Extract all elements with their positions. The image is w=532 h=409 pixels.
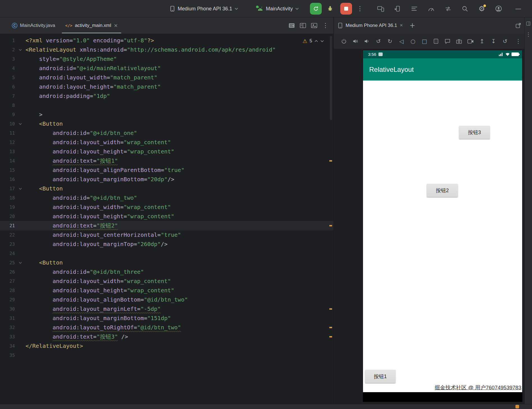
rotate-left-button[interactable]: ↺ bbox=[375, 38, 382, 45]
tab-mainactivity-java[interactable]: C MainActivity.java bbox=[7, 17, 60, 33]
code-line[interactable]: 27 android:layout_width="wrap_content" bbox=[0, 277, 334, 286]
screenshot-button[interactable] bbox=[456, 38, 462, 45]
code-line[interactable]: 16 android:layout_marginBottom="20dp"/> bbox=[0, 175, 334, 184]
inspection-widget[interactable]: ⚠ 5 bbox=[300, 37, 326, 45]
debug-button[interactable] bbox=[325, 3, 336, 14]
code-view-button[interactable] bbox=[289, 23, 295, 28]
power-button[interactable] bbox=[341, 38, 347, 45]
back-button[interactable]: ◁ bbox=[398, 38, 405, 45]
event-log-icon[interactable] bbox=[515, 405, 519, 408]
account-button[interactable] bbox=[493, 3, 504, 14]
stop-button[interactable] bbox=[340, 3, 352, 15]
code-editor[interactable]: 1<?xml version="1.0" encoding="utf-8"?>2… bbox=[0, 34, 334, 404]
code-line[interactable]: 29 android:layout_alignBottom="@id/btn_t… bbox=[0, 295, 334, 304]
warning-stripe-mark[interactable] bbox=[329, 225, 332, 226]
fold-chevron-icon[interactable] bbox=[15, 45, 26, 54]
code-line[interactable]: 34</RelativeLayout> bbox=[0, 341, 334, 351]
emulator-button[interactable]: 按钮3 bbox=[459, 126, 490, 139]
fold-chevron-icon[interactable] bbox=[15, 184, 26, 193]
profiler-button[interactable] bbox=[426, 3, 437, 14]
code-line[interactable]: 28 android:layout_height="wrap_content" bbox=[0, 286, 334, 295]
code-line[interactable]: 12 android:layout_width="wrap_content" bbox=[0, 138, 334, 147]
code-line[interactable]: 6 android:layout_height="match_parent" bbox=[0, 82, 334, 91]
kebab-icon[interactable]: ⋮ bbox=[322, 22, 328, 29]
pair-devices-button[interactable] bbox=[392, 3, 403, 14]
next-warning-button[interactable] bbox=[320, 40, 324, 42]
code-line[interactable]: 33 android:text="按钮3" /> bbox=[0, 332, 334, 341]
rerun-button[interactable] bbox=[310, 3, 322, 15]
code-line[interactable]: 26 android:id="@+id/btn_three" bbox=[0, 267, 334, 277]
more-actions-button[interactable]: ⋮ bbox=[354, 3, 366, 14]
fold-chevron-icon[interactable] bbox=[15, 119, 26, 128]
close-icon[interactable]: × bbox=[400, 22, 403, 28]
open-in-window-button[interactable] bbox=[515, 23, 521, 28]
search-everywhere-button[interactable] bbox=[459, 3, 471, 14]
code-line[interactable]: 32 android:layout_toRightOf="@id/btn_two… bbox=[0, 323, 334, 332]
emulator-button[interactable]: 按钮2 bbox=[427, 184, 458, 197]
app-content-area[interactable]: 掘金技术社区 @ 用户760749539783 按钮3按钮2按钮1 bbox=[363, 81, 522, 392]
code-line[interactable]: 11 android:id="@+id/btn_one" bbox=[0, 128, 334, 138]
code-line[interactable]: 23 android:layout_marginTop="260dp"/> bbox=[0, 240, 334, 249]
code-line[interactable]: 18 android:id="@+id/btn_two" bbox=[0, 193, 334, 203]
warning-stripe-mark[interactable] bbox=[329, 308, 332, 310]
logcat-button[interactable] bbox=[409, 3, 420, 14]
tab-activity-main-xml[interactable]: </> activity_main.xml × bbox=[60, 17, 123, 33]
minimize-button[interactable]: — bbox=[513, 3, 524, 14]
code-line[interactable]: 15 android:layout_alignParentBottom="tru… bbox=[0, 166, 334, 175]
warning-stripe-mark[interactable] bbox=[329, 336, 332, 337]
code-line[interactable]: 31 android:layout_marginBottom="151dp" bbox=[0, 314, 334, 323]
code-line[interactable]: 17 <Button bbox=[0, 184, 334, 193]
prev-warning-button[interactable] bbox=[314, 40, 318, 42]
code-line[interactable]: 24 bbox=[0, 249, 334, 258]
device-selector[interactable]: Medium Phone API 36.1 bbox=[167, 3, 240, 14]
code-line[interactable]: 2<RelativeLayout xmlns:android="http://s… bbox=[0, 45, 334, 54]
device-tab[interactable]: Medium Phone API 36.1 × bbox=[334, 17, 407, 33]
code-line[interactable]: 3 style="@style/AppTheme" bbox=[0, 54, 334, 64]
code-line[interactable]: 10 <Button bbox=[0, 119, 334, 128]
overview-button[interactable]: □ bbox=[421, 38, 428, 45]
code-line[interactable]: 35 bbox=[0, 351, 334, 360]
code-line[interactable]: 13 android:layout_height="wrap_content" bbox=[0, 147, 334, 156]
code-line[interactable]: 5 android:layout_width="match_parent" bbox=[0, 73, 334, 82]
add-device-button[interactable]: + bbox=[407, 22, 418, 29]
code-line[interactable]: 20 android:layout_height="wrap_content" bbox=[0, 212, 334, 221]
error-stripe[interactable] bbox=[329, 34, 332, 404]
kebab-icon[interactable]: ⋮ bbox=[515, 38, 522, 45]
fold-chevron-icon[interactable] bbox=[15, 258, 26, 267]
tool-stripe-button[interactable] bbox=[526, 21, 531, 26]
home-button[interactable]: ○ bbox=[410, 38, 416, 45]
code-line[interactable]: 7 android:padding="1dp" bbox=[0, 91, 334, 101]
code-line[interactable]: 9 > bbox=[0, 110, 334, 119]
volume-down-button[interactable] bbox=[364, 38, 370, 45]
code-line[interactable]: 8 bbox=[0, 101, 334, 110]
design-view-button[interactable] bbox=[311, 23, 317, 28]
close-icon[interactable]: × bbox=[114, 22, 118, 28]
device-mirroring-button[interactable] bbox=[375, 3, 386, 14]
message-button[interactable] bbox=[444, 38, 451, 45]
code-line[interactable]: 1<?xml version="1.0" encoding="utf-8"?> bbox=[0, 36, 334, 45]
snapshot-restore-button[interactable]: ↺ bbox=[502, 38, 508, 45]
upload-button[interactable]: ↥ bbox=[479, 38, 485, 45]
kebab-icon[interactable]: ⋮ bbox=[526, 32, 531, 37]
fold-device-button[interactable] bbox=[433, 38, 439, 45]
code-line[interactable]: 19 android:layout_width="wrap_content" bbox=[0, 203, 334, 212]
code-line[interactable]: 30 android:layout_marginLeft="-5dp" bbox=[0, 304, 334, 314]
code-line[interactable]: 14 android:text="按钮1" bbox=[0, 156, 334, 166]
sync-button[interactable] bbox=[442, 3, 454, 14]
screen-record-button[interactable] bbox=[467, 38, 474, 45]
volume-up-button[interactable] bbox=[352, 38, 359, 45]
rotate-right-button[interactable]: ↻ bbox=[387, 38, 393, 45]
download-button[interactable]: ↧ bbox=[490, 38, 497, 45]
split-view-button[interactable] bbox=[300, 23, 306, 28]
code-line[interactable]: 22 android:layout_centerHorizontal="true… bbox=[0, 230, 334, 240]
warning-stripe-mark[interactable] bbox=[329, 160, 332, 162]
code-line[interactable]: 25 <Button bbox=[0, 258, 334, 267]
settings-button[interactable]: ⚙ bbox=[476, 3, 487, 14]
android-nav-bar[interactable] bbox=[363, 392, 522, 402]
code-line[interactable]: 4 android:id="@+id/mainRelativelayout" bbox=[0, 64, 334, 73]
run-configuration-selector[interactable]: MainActivity bbox=[255, 3, 301, 14]
code-line[interactable]: 21 android:text="按钮2" bbox=[0, 221, 334, 230]
scrollbar-thumb[interactable] bbox=[330, 36, 332, 120]
emulator-button[interactable]: 按钮1 bbox=[365, 370, 396, 383]
warning-stripe-mark[interactable] bbox=[329, 327, 332, 328]
